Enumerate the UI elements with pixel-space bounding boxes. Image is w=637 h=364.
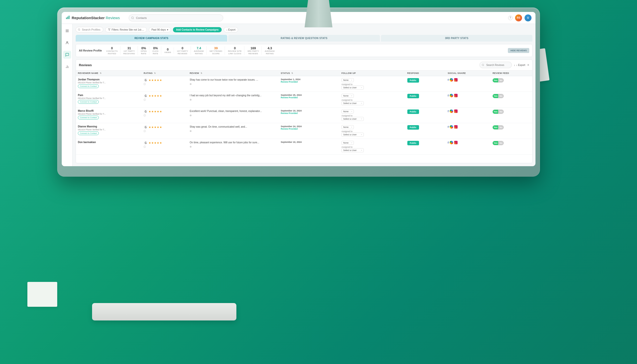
instagram-icon-0[interactable]	[454, 78, 458, 82]
public-btn-1[interactable]: Public	[407, 94, 419, 98]
col-header-status: STATUS ⇅	[279, 70, 340, 76]
export-btn[interactable]: ↓ Export	[224, 27, 238, 32]
sort-icon-reviewer[interactable]: ⇅	[100, 72, 102, 74]
table-row: Jordan Thompson 091424 Phone Verified fo…	[76, 76, 532, 92]
public-btn-3[interactable]: Public	[407, 125, 419, 130]
stars-1: ★★★★★	[148, 94, 162, 98]
col-header-social: SOCIAL SHARE	[446, 70, 490, 76]
stat-label-contacts: CONTACTSINVITED	[106, 50, 118, 55]
review-expand-icon-3[interactable]: ⊕	[190, 130, 277, 132]
select-user-0[interactable]: Select a User	[342, 86, 364, 90]
tab-review-campaign[interactable]: REVIEW CAMPAIGN STATS	[76, 35, 227, 42]
instagram-icon-4[interactable]	[454, 141, 458, 144]
google-share-icon-4[interactable]	[450, 141, 453, 144]
google-share-icon-3[interactable]	[450, 125, 453, 129]
stat-open-rate: 0% OPENRATE	[138, 46, 150, 55]
facebook-icon-2[interactable]: f	[448, 110, 449, 113]
connect-btn-3[interactable]: Connect to Contact	[78, 131, 99, 135]
stat-3rd-party: 169 3rd PARTYREVIEWS	[245, 46, 262, 55]
select-user-1[interactable]: Select a User	[342, 101, 364, 105]
reviews-export-button[interactable]: ↓ ↓ Export	[514, 64, 525, 66]
stat-avg-rating: 7.4 AVERAGERATING	[191, 46, 206, 55]
sidebar-item-chart[interactable]	[63, 63, 71, 71]
user-avatar[interactable]: RS	[515, 14, 522, 22]
followup-cell-2: None Assigned to Select a User	[340, 108, 405, 123]
contacts-search-input[interactable]	[129, 14, 223, 22]
facebook-icon-4[interactable]: f	[448, 141, 449, 144]
yes-btn-0[interactable]: Yes	[493, 78, 498, 82]
no-btn-3[interactable]: No	[498, 126, 504, 130]
no-btn-4[interactable]: No	[498, 141, 504, 145]
reviews-close-button[interactable]: ×	[527, 63, 529, 67]
public-btn-2[interactable]: Public	[407, 110, 419, 114]
sort-icon-review[interactable]: ⇅	[200, 72, 202, 74]
google-share-icon-2[interactable]	[450, 110, 453, 113]
select-user-3[interactable]: Select a User	[342, 132, 364, 136]
add-contacts-button[interactable]: Add Contacts to Review Campaigns	[173, 27, 222, 32]
none-select-4[interactable]: None	[342, 141, 354, 145]
tab-rating-review[interactable]: RATING & REVIEW QUESTION STATS	[228, 35, 380, 42]
feed-cell-1: Yes No	[490, 92, 532, 108]
sort-icon-status[interactable]: ⇅	[292, 72, 293, 74]
stars-0: ★★★★★	[148, 78, 162, 82]
stat-value-avg-rating: 7.4	[196, 46, 201, 50]
sidebar-item-bars[interactable]	[63, 27, 71, 35]
no-btn-0[interactable]: No	[498, 78, 504, 82]
connect-btn-0[interactable]: Connect to Contact	[78, 84, 99, 88]
svg-point-6	[66, 42, 68, 43]
facebook-icon-3[interactable]: f	[448, 126, 449, 128]
yes-btn-2[interactable]: Yes	[493, 110, 498, 114]
sidebar-item-reviews[interactable]	[63, 51, 71, 59]
review-text-4: On time, pleasant experience. Will use f…	[190, 141, 277, 144]
none-select-2[interactable]: None	[342, 110, 354, 114]
hide-reviews-button[interactable]: HIDE REVIEWS	[508, 48, 529, 53]
instagram-icon-2[interactable]	[454, 110, 458, 113]
sidebar-item-user[interactable]	[63, 39, 71, 47]
help-icon[interactable]: ?	[508, 16, 512, 20]
social-cell-2: f	[446, 108, 490, 123]
reviews-table: REVIEWER NAME ⇅ RATING ⇅ REV	[76, 70, 532, 163]
instagram-icon-3[interactable]	[454, 125, 458, 129]
svg-rect-0	[66, 18, 67, 19]
table-row: Marco Bisoffi 091424 Phone Verified for …	[76, 108, 532, 123]
no-btn-2[interactable]: No	[498, 110, 504, 114]
select-user-2[interactable]: Select a User	[342, 117, 364, 121]
google-share-icon-0[interactable]	[450, 78, 453, 82]
filters-btn[interactable]: Filters: Review Site not 1st-...	[105, 27, 147, 32]
app-wrapper: ReputationStacker Reviews ? RS U	[62, 12, 536, 166]
brand-sub-text: Reviews	[105, 16, 120, 20]
yes-btn-4[interactable]: Yes	[493, 141, 498, 145]
nav-search[interactable]	[129, 14, 223, 22]
connect-btn-1[interactable]: Connect to Contact	[78, 100, 99, 104]
review-expand-icon-0[interactable]: ⊕	[190, 82, 277, 85]
none-select-1[interactable]: None	[342, 94, 354, 98]
no-btn-1[interactable]: No	[498, 94, 504, 98]
secondary-toolbar: Search Profiles Filters: Review Site not…	[76, 27, 532, 32]
none-select-3[interactable]: None	[342, 125, 354, 129]
public-btn-0[interactable]: Public	[407, 78, 419, 82]
yes-btn-3[interactable]: Yes	[493, 126, 498, 130]
review-expand-icon-2[interactable]: ⊕	[190, 114, 277, 117]
time-filter-btn[interactable]: Past 90 days ▾	[149, 27, 171, 32]
review-expand-icon-4[interactable]: ⊕	[190, 145, 277, 148]
select-user-4[interactable]: Select a User	[342, 148, 364, 152]
public-btn-4[interactable]: Public	[407, 141, 419, 145]
user-avatar-2[interactable]: U	[524, 14, 532, 22]
yes-btn-1[interactable]: Yes	[493, 94, 498, 98]
none-select-0[interactable]: None	[342, 78, 354, 82]
instagram-icon-1[interactable]	[454, 94, 458, 97]
facebook-icon-1[interactable]: f	[448, 94, 449, 97]
stat-contacts-invited: 0 CONTACTSINVITED	[104, 46, 120, 55]
connect-btn-2[interactable]: Connect to Contact	[78, 116, 99, 120]
brand-name-text: ReputationStacker	[72, 16, 105, 20]
google-share-icon-1[interactable]	[450, 94, 453, 97]
facebook-icon-0[interactable]: f	[448, 78, 449, 81]
info-icon-3: ⓘ	[144, 130, 186, 133]
search-profiles-btn[interactable]: Search Profiles	[76, 27, 103, 32]
stat-1st-party: 31 1st PARTYRECEIVING	[121, 46, 138, 55]
tab-third-party[interactable]: 3RD PARTY STATS	[381, 35, 532, 42]
sort-icon-rating[interactable]: ⇅	[154, 72, 156, 74]
search-reviews-input[interactable]	[480, 62, 512, 68]
reviews-header: Reviews ↓ ↓ Export ×	[76, 60, 532, 70]
review-expand-icon-1[interactable]: ⊕	[190, 98, 277, 101]
